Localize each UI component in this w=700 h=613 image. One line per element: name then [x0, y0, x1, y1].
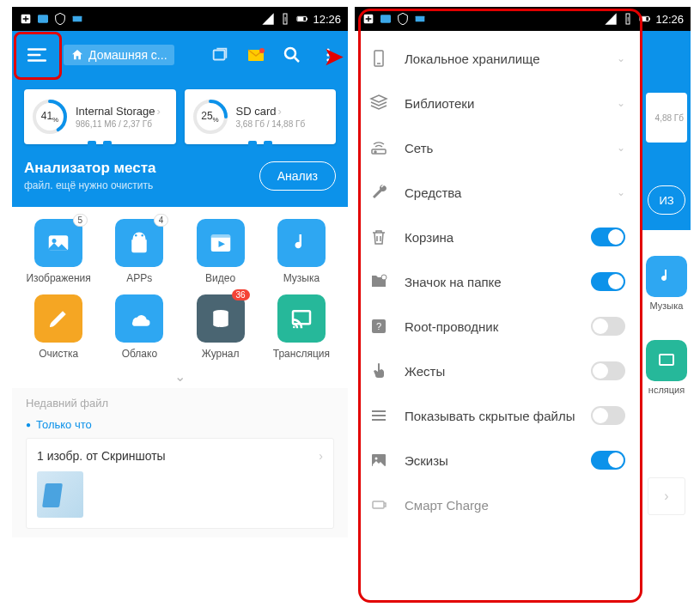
badge: 36: [232, 289, 250, 300]
grid-log[interactable]: 36 Журнал: [183, 294, 259, 360]
drawer-network[interactable]: Сеть ⌄: [355, 125, 642, 170]
drawer-hidden-files[interactable]: Показывать скрытые файлы: [355, 393, 642, 438]
battery-icon: [295, 12, 309, 26]
svg-point-22: [142, 234, 144, 237]
svg-text:?: ?: [376, 321, 381, 331]
svg-rect-1: [38, 15, 48, 22]
svg-rect-35: [641, 17, 647, 21]
hamburger-button[interactable]: [17, 35, 57, 75]
svg-rect-8: [214, 51, 225, 60]
drawer-local-storage[interactable]: Локальное хранилище ⌄: [355, 36, 642, 81]
drawer-folder-icon[interactable]: Значок на папке: [355, 259, 642, 304]
list-icon: [368, 405, 389, 426]
image-icon: [368, 450, 389, 470]
status-time: 12:26: [655, 13, 684, 26]
wifi-icon: [368, 137, 389, 158]
category-grid: 5 Изображения 4 APPs Видео Музыка Очистк…: [12, 207, 348, 365]
status-icon: [53, 12, 67, 26]
status-icon: [379, 12, 393, 26]
drawer-gestures[interactable]: Жесты: [355, 349, 642, 393]
window-icon[interactable]: [205, 40, 234, 70]
storage-title: Internal Storage: [76, 105, 155, 118]
status-time: 12:26: [313, 13, 341, 26]
storage-sd[interactable]: 25% SD card› 3,68 Гб / 14,88 Гб: [185, 89, 337, 144]
chevron-down-icon: ⌄: [617, 142, 625, 154]
drawer-trash[interactable]: Корзина: [355, 215, 642, 259]
grid-cast[interactable]: Трансляция: [264, 294, 339, 360]
chevron-down-icon[interactable]: ⌄: [12, 365, 348, 388]
storage-internal[interactable]: 41% Internal Storage› 986,11 М6 / 2,37 Г…: [24, 89, 176, 144]
drawer-panel: Локальное хранилище ⌄ Библиотеки ⌄ Сеть …: [355, 31, 642, 608]
status-icon: [396, 12, 410, 26]
breadcrumb-label: Домашняя с...: [88, 48, 167, 62]
svg-point-40: [381, 275, 387, 280]
analyzer-title: Анализатор места: [24, 160, 156, 177]
status-bar: ! 12:26: [12, 7, 348, 31]
svg-point-20: [52, 239, 57, 243]
svg-rect-30: [416, 16, 425, 22]
svg-rect-36: [660, 355, 673, 365]
arrow-icon: ➤: [323, 41, 344, 71]
search-icon[interactable]: [277, 40, 307, 70]
toggle-gestures[interactable]: [591, 361, 625, 380]
grid-music[interactable]: Музыка: [264, 219, 339, 284]
svg-text:!: !: [627, 15, 629, 23]
svg-rect-29: [380, 15, 391, 22]
toolbar: Домашняя с...: [12, 31, 348, 79]
svg-point-39: [374, 151, 376, 153]
svg-rect-7: [298, 17, 304, 21]
toggle-folder-icon[interactable]: [591, 272, 625, 291]
home-icon: [70, 48, 84, 62]
bg-label: Музыка: [644, 300, 689, 311]
svg-rect-45: [373, 501, 384, 508]
battery-icon: [368, 495, 389, 515]
analyze-button[interactable]: Анализ: [259, 161, 336, 191]
drawer-tools[interactable]: Средства ⌄: [355, 170, 642, 215]
breadcrumb[interactable]: Домашняя с...: [64, 45, 174, 65]
svg-point-11: [285, 48, 295, 58]
grid-apps[interactable]: 4 APPs: [101, 219, 177, 284]
chevron-right-icon: ›: [277, 105, 281, 118]
chevron-right-icon: ›: [319, 449, 323, 463]
svg-point-44: [375, 458, 378, 460]
alert-icon: !: [621, 12, 635, 26]
toggle-thumbs[interactable]: [591, 451, 625, 470]
grid-video[interactable]: Видео: [183, 219, 259, 284]
analyzer-sub: файл. ещё нужно очистить: [24, 179, 156, 191]
toggle-trash[interactable]: [591, 228, 625, 246]
chevron-down-icon: ⌄: [617, 97, 625, 109]
signal-icon: [261, 12, 275, 26]
grid-cleaner[interactable]: Очистка: [21, 294, 96, 360]
chevron-down-icon: ⌄: [617, 186, 625, 198]
drawer-thumbnails[interactable]: Эскизы: [355, 438, 642, 483]
recent-card[interactable]: 1 изобр. от Скриншоты›: [26, 438, 334, 529]
battery-icon: [638, 12, 652, 26]
toggle-hidden[interactable]: [591, 406, 625, 425]
svg-point-10: [259, 48, 265, 53]
wrench-icon: [368, 182, 389, 203]
drawer-smart-charge[interactable]: Смарт Charge: [355, 483, 642, 527]
svg-rect-34: [649, 18, 650, 21]
drawer-libraries[interactable]: Библиотеки ⌄: [355, 81, 642, 125]
chevron-right-icon: ›: [157, 105, 161, 118]
grid-images[interactable]: 5 Изображения: [21, 219, 96, 284]
thumbnail: [37, 471, 83, 518]
toggle-root[interactable]: [591, 317, 625, 336]
phone-icon: [368, 48, 389, 69]
status-icon: [19, 12, 33, 26]
stack-icon: [368, 93, 389, 113]
status-bar: ! 12:26: [355, 7, 691, 31]
status-icon: [70, 12, 84, 26]
alert-icon: !: [278, 12, 292, 26]
grid-cloud[interactable]: Облако: [101, 294, 177, 360]
storage-sub: 986,11 М6 / 2,37 Гб: [76, 119, 161, 129]
chevron-down-icon: ⌄: [617, 52, 625, 64]
recent-title: 1 изобр. от Скриншоты: [37, 449, 166, 463]
status-icon: [36, 12, 50, 26]
mail-icon[interactable]: [241, 40, 271, 70]
svg-rect-2: [73, 16, 82, 22]
storage-ring: 41%: [31, 98, 69, 136]
root-icon: ?: [368, 316, 389, 337]
recent-timestamp: Только что: [26, 418, 334, 431]
drawer-root[interactable]: ? Root-проводник: [355, 304, 642, 349]
